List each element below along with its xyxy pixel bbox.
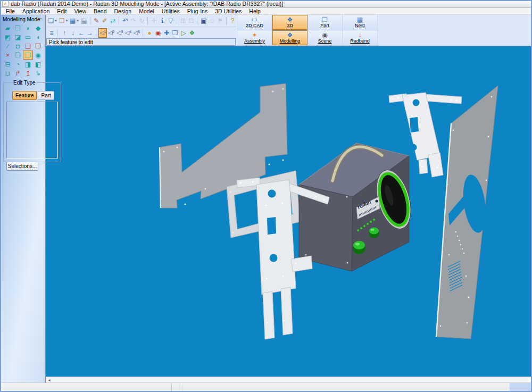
selection-mode-3-button[interactable]: ◁³ [115, 28, 124, 38]
dropdown-arrow-icon[interactable]: ▼ [76, 19, 79, 22]
target-snap-button[interactable]: ◉ [154, 28, 162, 38]
mode-tab-radbend[interactable]: ↓Radbend [343, 30, 378, 45]
3d-viewport[interactable]: radan [46, 46, 532, 377]
nav-left-button[interactable]: ← [77, 28, 86, 38]
menu-view[interactable]: View [70, 8, 90, 14]
new-document-button[interactable]: ❏▼ [47, 16, 58, 26]
dimension-feature-tool[interactable]: ⊟ [3, 60, 13, 69]
mode-tab-scene[interactable]: ◉Scene [307, 30, 343, 45]
bend-up-icon: ↱ [15, 70, 20, 77]
selection-mode-2-button[interactable]: ◁² [107, 28, 115, 38]
copy-part-button[interactable]: ❐ [171, 28, 179, 38]
collapse-arrow-icon[interactable]: ◄ [46, 378, 51, 382]
menu-design[interactable]: Design [111, 8, 136, 14]
part-front-fascia-panel[interactable] [436, 86, 498, 339]
selection-mode-5-button[interactable]: ◁⁵ [132, 28, 141, 38]
export-part-icon: ▷ [181, 30, 186, 36]
replace-swap-button[interactable]: ⇄ [109, 16, 117, 26]
save-button[interactable]: ▦▼ [69, 16, 80, 26]
selection-mode-1-button[interactable]: ◁¹ [98, 28, 107, 38]
unfold-sheet-tool[interactable]: ◩ [3, 32, 13, 41]
bend-up-tool[interactable]: ↱ [13, 69, 23, 78]
undo-button[interactable]: ↶ [121, 16, 130, 26]
mode-tab-modelling[interactable]: ❖Modelling [272, 30, 307, 45]
menu-plug-ins[interactable]: Plug-Ins [184, 8, 212, 14]
2d-cad-label: 2D CAD [246, 23, 263, 28]
shaded-view-button[interactable]: ● [145, 28, 154, 38]
menu-file[interactable]: File [2, 8, 19, 14]
selections-button[interactable]: Selections... [6, 162, 38, 171]
verify-shield-button[interactable]: ❖ [188, 28, 196, 38]
draw-pencil-button[interactable]: ✎ [92, 16, 101, 26]
modelling-icon-grid: ▰❒◗◆◩◪▭◖∕◘❏❐×❐❒◉⊟◔◨◧⊔↱↥↳ [3, 23, 45, 78]
menu-help[interactable]: Help [245, 8, 264, 14]
edit-type-feature-button[interactable]: Feature [12, 91, 37, 100]
tube-feature-icon: ∕ [7, 43, 8, 49]
feature-list-button[interactable]: ≡ [47, 28, 56, 38]
curved-bend-tool[interactable]: ◗ [23, 23, 33, 32]
control-knob-volume[interactable] [353, 241, 365, 254]
style-pen-button[interactable]: ✐ [101, 16, 109, 26]
rotate-part-tool[interactable]: ◧ [33, 60, 43, 69]
export-part-button[interactable]: ▷ [179, 28, 188, 38]
folded-part-tool[interactable]: ❒ [13, 23, 23, 32]
curved-bend-icon: ◗ [26, 25, 30, 31]
weld-corner-tool[interactable]: ⊔ [3, 69, 13, 78]
menu-3d-utilities[interactable]: 3D Utilities [211, 8, 245, 14]
spacing-button: ⊟ [187, 16, 196, 26]
export-feature-tool[interactable]: ❐ [33, 41, 43, 51]
mode-tab-assembly[interactable]: ✦Assembly [237, 30, 272, 45]
control-knob-tuner[interactable] [369, 228, 379, 239]
mode-tab-3d[interactable]: ❖3D [272, 15, 307, 30]
info-properties-button[interactable]: ℹ [159, 16, 167, 26]
copy-feature-tool[interactable]: ❐ [13, 51, 23, 60]
rotate-part-icon: ◧ [35, 61, 41, 68]
edit-feature-icon: ❒ [25, 52, 31, 59]
open-file-button[interactable]: ❒▼ [58, 16, 69, 26]
extrude-part-tool[interactable]: ◨ [23, 60, 33, 69]
mode-tab-part[interactable]: ❐Part [307, 15, 343, 30]
edit-feature-tool[interactable]: ❒ [23, 51, 33, 60]
menu-application[interactable]: Application [19, 8, 53, 14]
mode-tab-2d-cad[interactable]: ▭2D CAD [237, 15, 272, 30]
flat-sheet-tool[interactable]: ▰ [3, 23, 13, 32]
print-icon: ▤ [81, 18, 87, 24]
print-button[interactable]: ▤ [80, 16, 88, 26]
filter-button[interactable]: ▽ [167, 16, 175, 26]
status-grip-area [510, 383, 532, 392]
dropdown-arrow-icon[interactable]: ▼ [54, 19, 57, 22]
delete-feature-tool[interactable]: × [3, 51, 13, 60]
wireframe-box-tool[interactable]: ▭ [23, 32, 33, 41]
part-radio-unit[interactable]: radan [299, 143, 417, 271]
import-feature-tool[interactable]: ❏ [23, 41, 33, 51]
selection-mode-4-icon: ◁⁴ [124, 30, 131, 36]
prompt-history-bar: ◄ [46, 377, 532, 382]
selection-mode-4-button[interactable]: ◁⁴ [124, 28, 132, 38]
nav-right-button[interactable]: → [86, 28, 94, 38]
edit-type-part-button[interactable]: Part [38, 91, 54, 100]
nav-down-button[interactable]: ↓ [69, 28, 77, 38]
corner-flange-tool[interactable]: ◖ [33, 32, 43, 41]
punch-form-tool[interactable]: ◘ [13, 41, 23, 51]
toolbar-separator [88, 16, 93, 25]
tube-feature-tool[interactable]: ∕ [3, 41, 13, 51]
weld-corner-icon: ⊔ [5, 70, 10, 77]
nav-up-button[interactable]: ↑ [60, 28, 69, 38]
feature-visibility-tool[interactable]: ◉ [33, 51, 43, 60]
split-face-tool[interactable]: ◪ [13, 32, 23, 41]
dropdown-arrow-icon[interactable]: ▼ [65, 19, 68, 22]
corner-radius-tool[interactable]: ◔ [13, 60, 23, 69]
menu-edit[interactable]: Edit [53, 8, 70, 14]
menu-model[interactable]: Model [135, 8, 158, 14]
menu-bend[interactable]: Bend [90, 8, 111, 14]
bend-down-tool[interactable]: ↳ [33, 69, 43, 78]
punch-form-icon: ◘ [16, 43, 20, 49]
menu-utilities[interactable]: Utilities [158, 8, 184, 14]
lift-feature-tool[interactable]: ↥ [23, 69, 33, 78]
flange-part-tool[interactable]: ◆ [33, 23, 43, 32]
application-window: { "window": { "icon_glyph": "r", "title"… [0, 0, 532, 392]
k-factor-window-button[interactable]: ▣ [200, 16, 208, 26]
mode-tab-nest[interactable]: ▦Nest [343, 15, 378, 30]
help-button[interactable]: ? [228, 16, 237, 26]
pan-move-button[interactable]: ✚ [162, 28, 171, 38]
